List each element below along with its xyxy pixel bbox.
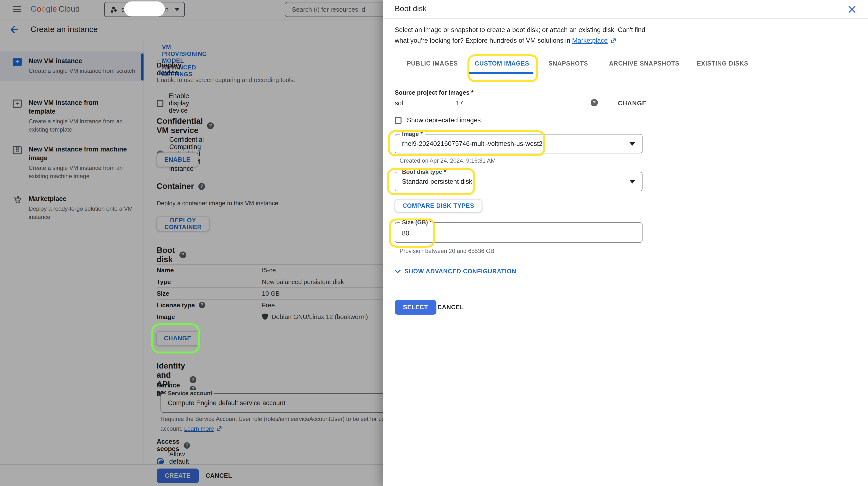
tab-snapshots[interactable]: SNAPSHOTS: [549, 53, 588, 74]
field-label: Size (GB) *: [400, 219, 434, 226]
panel-desc-line1: Select an image or snapshot to create a …: [395, 26, 645, 33]
field-label: Boot disk type *: [400, 169, 448, 176]
source-project-value-prefix: sol: [395, 99, 403, 107]
boot-disk-type-select[interactable]: Boot disk type * Standard persistent dis…: [395, 172, 643, 191]
divider: [383, 19, 868, 19]
image-select[interactable]: Image * rhel9-20240216075746-multi-voltm…: [395, 134, 643, 153]
checkbox-label: Show deprecated images: [407, 116, 481, 124]
show-deprecated-checkbox[interactable]: [395, 117, 402, 123]
compare-disk-types-button[interactable]: COMPARE DISK TYPES: [395, 199, 482, 212]
field-value: Standard persistent disk: [402, 178, 472, 185]
panel-tabs: PUBLIC IMAGES CUSTOM IMAGES SNAPSHOTS AR…: [383, 53, 868, 74]
size-gb-field: Size (GB) *: [395, 222, 643, 243]
panel-desc-line2: what you're looking for? Explore hundred…: [395, 37, 616, 44]
field-label: Image *: [400, 131, 425, 138]
desc-text: what you're looking for? Explore hundred…: [395, 37, 572, 44]
active-tab-indicator: [469, 72, 533, 74]
close-icon[interactable]: [848, 5, 856, 13]
help-icon[interactable]: ?: [591, 99, 598, 106]
marketplace-link[interactable]: Marketplace: [572, 37, 608, 44]
dropdown-caret-icon: [629, 180, 635, 183]
size-helper: Provision between 20 and 65536 GB: [400, 248, 494, 254]
boot-disk-panel: Boot disk Select an image or snapshot to…: [383, 0, 868, 486]
show-deprecated-row: Show deprecated images: [395, 116, 481, 124]
dropdown-caret-icon: [629, 142, 635, 146]
panel-cancel-button[interactable]: CANCEL: [437, 300, 464, 315]
change-source-project-button[interactable]: CHANGE: [618, 99, 647, 107]
external-link-icon: [611, 38, 616, 43]
source-project-label: Source project for images *: [395, 89, 473, 96]
panel-title: Boot disk: [395, 4, 427, 13]
show-advanced-configuration-toggle[interactable]: SHOW ADVANCED CONFIGURATION: [395, 268, 516, 275]
select-button[interactable]: SELECT: [395, 300, 436, 315]
image-created-helper: Created on Apr 24, 2024, 9:16:31 AM: [400, 157, 496, 164]
field-value: rhel9-20240216075746-multi-voltmesh-us-w…: [402, 140, 542, 147]
size-input[interactable]: [402, 227, 630, 239]
tab-custom-images[interactable]: CUSTOM IMAGES: [475, 53, 529, 74]
advanced-config-label: SHOW ADVANCED CONFIGURATION: [404, 268, 516, 275]
source-project-value-suffix: 17: [456, 99, 463, 107]
tab-existing-disks[interactable]: EXISTING DISKS: [697, 53, 748, 74]
tab-public-images[interactable]: PUBLIC IMAGES: [407, 53, 458, 74]
chevron-down-icon: [395, 269, 401, 273]
tab-archive-snapshots[interactable]: ARCHIVE SNAPSHOTS: [609, 53, 679, 74]
